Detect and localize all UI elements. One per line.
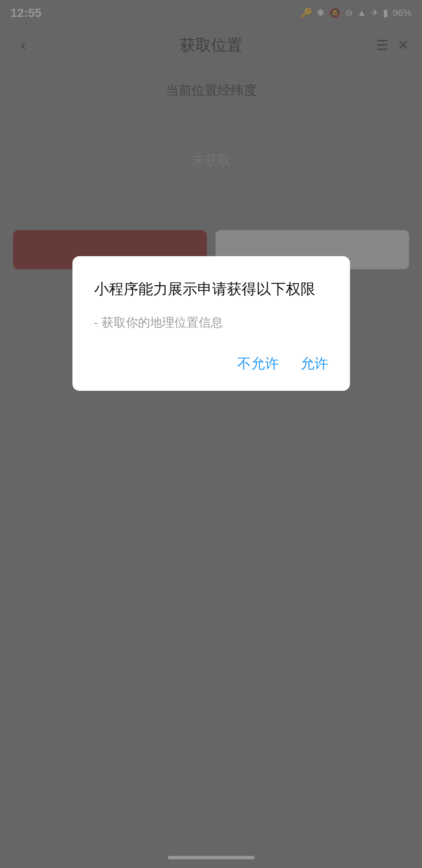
deny-button[interactable]: 不允许 xyxy=(237,354,279,373)
dialog-actions: 不允许 允许 xyxy=(94,354,328,373)
overlay xyxy=(0,0,422,868)
dialog-title: 小程序能力展示申请获得以下权限 xyxy=(94,278,328,300)
dialog-message: - 获取你的地理位置信息 xyxy=(94,313,328,333)
allow-button[interactable]: 允许 xyxy=(301,354,328,373)
permission-dialog: 小程序能力展示申请获得以下权限 - 获取你的地理位置信息 不允许 允许 xyxy=(72,256,350,391)
